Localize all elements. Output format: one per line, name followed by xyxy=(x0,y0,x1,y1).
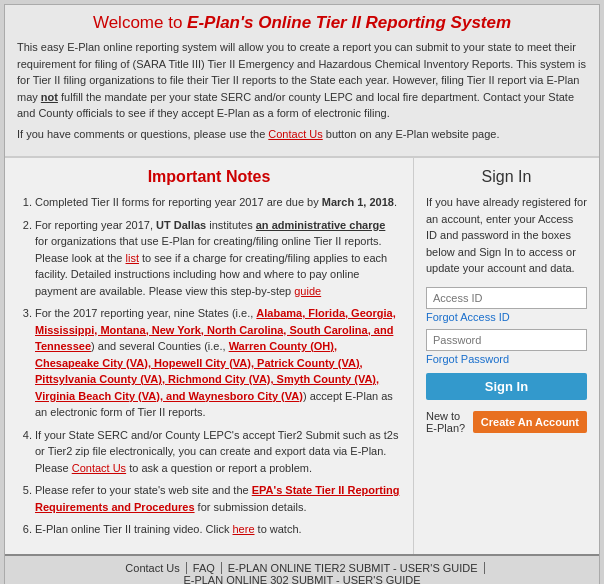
signin-title: Sign In xyxy=(426,168,587,186)
footer-faq-link[interactable]: FAQ xyxy=(187,562,222,574)
forgot-password-link[interactable]: Forgot Password xyxy=(426,353,587,365)
list-item: Completed Tier II forms for reporting ye… xyxy=(35,194,401,211)
forgot-access-id-link[interactable]: Forgot Access ID xyxy=(426,311,587,323)
footer-tier2-guide-link[interactable]: E-PLAN ONLINE TIER2 SUBMIT - USER'S GUID… xyxy=(222,562,485,574)
list-item: E-Plan online Tier II training video. Cl… xyxy=(35,521,401,538)
list-item: Please refer to your state's web site an… xyxy=(35,482,401,515)
list-link[interactable]: list xyxy=(126,252,139,264)
header-section: Welcome to E-Plan's Online Tier II Repor… xyxy=(5,5,599,157)
epa-link[interactable]: EPA's State Tier II Reporting Requiremen… xyxy=(35,484,399,513)
new-to-eplan-text: New to E-Plan? xyxy=(426,410,473,434)
training-video-link[interactable]: here xyxy=(232,523,254,535)
list-item: For the 2017 reporting year, nine States… xyxy=(35,305,401,421)
create-account-button[interactable]: Create An Account xyxy=(473,411,587,433)
list-item: If your State SERC and/or County LEPC's … xyxy=(35,427,401,477)
footer-contact-link[interactable]: Contact Us xyxy=(119,562,186,574)
access-id-input[interactable] xyxy=(426,287,587,309)
important-notes-title: Important Notes xyxy=(17,168,401,186)
footer-section: Contact Us FAQ E-PLAN ONLINE TIER2 SUBMI… xyxy=(5,554,599,585)
contact-us-link[interactable]: Contact Us xyxy=(72,462,126,474)
footer-302-guide-link[interactable]: E-PLAN ONLINE 302 SUBMIT - USER'S GUIDE xyxy=(177,574,426,585)
right-panel: Sign In If you have already registered f… xyxy=(414,158,599,554)
signin-button[interactable]: Sign In xyxy=(426,373,587,400)
signin-description: If you have already registered for an ac… xyxy=(426,194,587,277)
password-group: Forgot Password xyxy=(426,329,587,365)
content-section: Important Notes Completed Tier II forms … xyxy=(5,157,599,554)
new-to-eplan-row: New to E-Plan? Create An Account xyxy=(426,410,587,434)
contact-us-header-link[interactable]: Contact Us xyxy=(268,128,322,140)
access-id-group: Forgot Access ID xyxy=(426,287,587,323)
header-description: This easy E-Plan online reporting system… xyxy=(17,39,587,142)
left-panel: Important Notes Completed Tier II forms … xyxy=(5,158,414,554)
password-input[interactable] xyxy=(426,329,587,351)
list-item: For reporting year 2017, UT Dallas insti… xyxy=(35,217,401,300)
notes-list: Completed Tier II forms for reporting ye… xyxy=(17,194,401,538)
guide-link[interactable]: guide xyxy=(294,285,321,297)
page-title: Welcome to E-Plan's Online Tier II Repor… xyxy=(17,13,587,33)
